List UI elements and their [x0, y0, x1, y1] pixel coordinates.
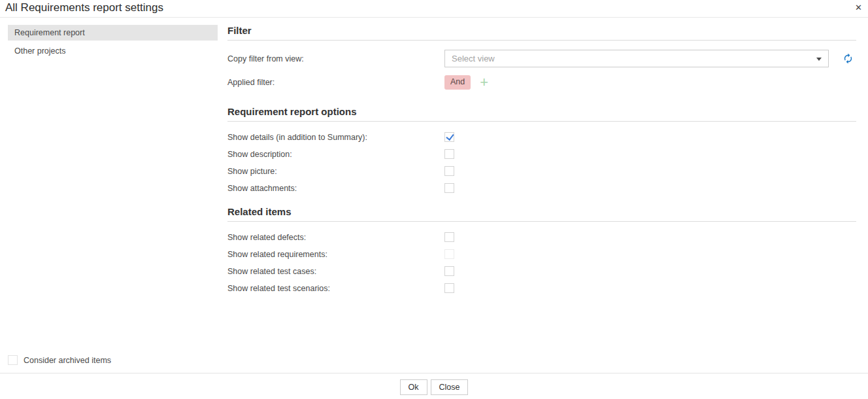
show-picture-row: Show picture:	[227, 166, 856, 176]
copy-filter-label: Copy filter from view:	[227, 54, 444, 63]
view-select-placeholder: Select view	[452, 54, 495, 63]
show-related-test-scenarios-row: Show related test scenarios:	[227, 283, 856, 293]
sidebar-item-requirement-report[interactable]: Requirement report	[8, 25, 218, 41]
checkbox-label: Show description:	[227, 150, 444, 159]
consider-archived-checkbox[interactable]	[8, 355, 18, 365]
checkbox-label: Show details (in addition to Summary):	[227, 133, 444, 142]
show-related-defects-checkbox[interactable]	[444, 232, 454, 242]
sidebar: Requirement report Other projects	[8, 25, 218, 61]
chevron-down-icon	[816, 58, 822, 61]
refresh-icon	[843, 53, 854, 64]
applied-filter-row: Applied filter: And +	[227, 75, 856, 90]
dialog-title: All Requirements report settings	[5, 1, 163, 14]
footer-buttons: Ok Close	[0, 379, 868, 395]
checkbox-label: Show related requirements:	[227, 250, 444, 259]
show-related-test-cases-row: Show related test cases:	[227, 266, 856, 276]
sidebar-item-label: Other projects	[14, 46, 66, 56]
show-description-checkbox[interactable]	[444, 149, 454, 159]
ok-button[interactable]: Ok	[400, 379, 427, 395]
options-checkbox-group: Show details (in addition to Summary): S…	[227, 132, 856, 193]
show-related-requirements-row: Show related requirements:	[227, 249, 856, 259]
show-related-defects-row: Show related defects:	[227, 232, 856, 242]
show-details-checkbox[interactable]	[444, 132, 454, 142]
checkbox-label: Show attachments:	[227, 184, 444, 193]
sidebar-item-other-projects[interactable]: Other projects	[8, 43, 218, 59]
show-details-row: Show details (in addition to Summary):	[227, 132, 856, 142]
filter-section-heading: Filter	[227, 25, 856, 41]
close-icon[interactable]: ✕	[855, 2, 862, 14]
related-section-heading: Related items	[227, 206, 856, 222]
checkbox-label: Show related test cases:	[227, 267, 444, 276]
footer-divider	[0, 373, 868, 373]
view-select-dropdown[interactable]: Select view	[444, 50, 829, 67]
related-checkbox-group: Show related defects: Show related requi…	[227, 232, 856, 293]
consider-archived-label: Consider archived items	[24, 356, 111, 365]
refresh-views-button[interactable]	[843, 53, 854, 64]
close-button[interactable]: Close	[431, 379, 469, 395]
show-description-row: Show description:	[227, 149, 856, 159]
add-filter-icon[interactable]: +	[480, 77, 488, 88]
checkbox-label: Show related defects:	[227, 233, 444, 242]
applied-filter-label: Applied filter:	[227, 78, 444, 87]
show-related-test-cases-checkbox[interactable]	[444, 266, 454, 276]
show-picture-checkbox[interactable]	[444, 166, 454, 176]
show-attachments-row: Show attachments:	[227, 183, 856, 193]
copy-filter-row: Copy filter from view: Select view	[227, 50, 856, 67]
checkbox-label: Show picture:	[227, 167, 444, 176]
show-related-requirements-checkbox	[444, 249, 454, 259]
filter-and-badge[interactable]: And	[444, 75, 471, 90]
checkbox-label: Show related test scenarios:	[227, 284, 444, 293]
options-section-heading: Requirement report options	[227, 106, 856, 122]
sidebar-item-label: Requirement report	[14, 28, 85, 37]
consider-archived-row: Consider archived items	[8, 355, 111, 365]
show-attachments-checkbox[interactable]	[444, 183, 454, 193]
settings-panel: Filter Copy filter from view: Select vie…	[227, 25, 856, 300]
show-related-test-scenarios-checkbox[interactable]	[444, 283, 454, 293]
